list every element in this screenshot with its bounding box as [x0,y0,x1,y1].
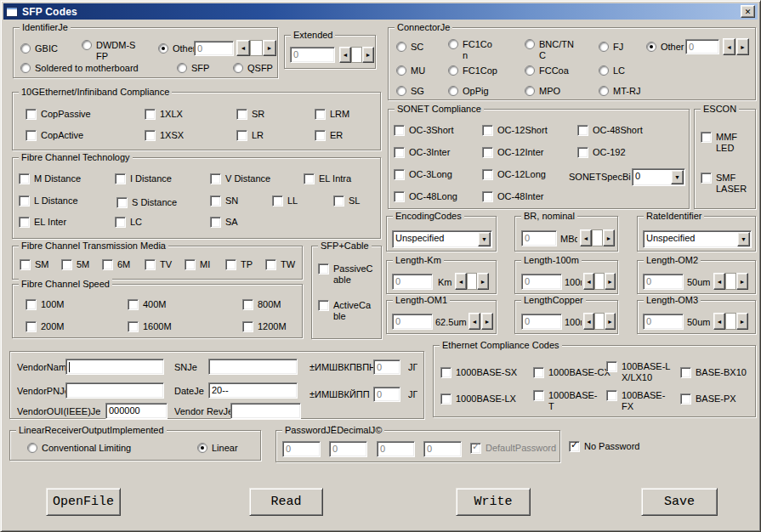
checkbox-400m[interactable]: 400M [128,299,167,310]
checkbox-tv[interactable]: TV [145,259,172,270]
checkbox-no-password[interactable]: ✓No Password [569,441,639,452]
spin-left-button[interactable]: ◄ [455,273,467,290]
checkbox-ll[interactable]: LL [272,195,298,207]
spin-right-button[interactable]: ► [603,229,615,246]
checkbox-1000base-t[interactable]: 1000BASE-T [533,390,598,412]
spin-left-button[interactable]: ◄ [583,313,594,330]
checkbox-m-distance[interactable]: M Distance [19,173,81,184]
radio-gbic[interactable]: GBIC [20,43,58,54]
write-button[interactable]: Write [456,488,531,516]
radio-fj[interactable]: FJ [599,42,623,53]
checkbox-oc48short[interactable]: OC-48Short [577,125,643,136]
checkbox-200m[interactable]: 200M [26,321,65,332]
checkbox-oc12short[interactable]: OC-12Short [482,125,548,136]
length-km-value[interactable]: 0 [392,274,433,290]
spin-left-button[interactable]: ◄ [469,313,480,330]
close-button[interactable]: ✕ [741,5,755,18]
rate-combobox[interactable]: Unspecified [643,230,752,248]
vendor-pn-field[interactable] [65,382,164,399]
radio-fc1con[interactable]: FC1Con [448,39,495,61]
length-copper-value[interactable]: 0 [521,314,562,330]
checkbox-passive-cable[interactable]: PassiveCable [318,263,378,286]
checkbox-oc3long[interactable]: OC-3Long [394,169,452,180]
spin-right-button[interactable]: ► [736,273,748,290]
spin-track[interactable] [594,313,605,330]
open-file-button[interactable]: OpenFile [46,488,121,516]
password-field-4[interactable]: 0 [423,441,462,457]
radio-conventional-limiting[interactable]: Conventional Limiting [27,443,131,454]
sn-field[interactable] [208,359,298,375]
title-bar[interactable]: SFP Codes ✕ [3,3,758,20]
checkbox-sl[interactable]: SL [333,195,360,207]
checkbox-100base-lx-lx10[interactable]: 100BASE-LX/LX10 [606,361,671,383]
dropdown-arrow-button[interactable]: ▼ [478,232,491,246]
checkbox-5m[interactable]: 5M [61,259,89,270]
spin-track[interactable] [594,273,605,290]
checkbox-mmf-led[interactable]: MMF LED [701,132,745,154]
checkbox-s-distance[interactable]: S Distance [116,197,177,208]
date-field[interactable]: 20-- [208,382,298,399]
radio-qsfp[interactable]: QSFP [233,63,273,74]
spin-right-button[interactable]: ► [736,38,749,55]
checkbox-active-cable[interactable]: ActiveCable [318,300,374,322]
checkbox-tw[interactable]: TW [265,259,295,270]
wavelength2-value[interactable]: 0 [373,387,400,402]
wavelength1-value[interactable]: 0 [373,359,400,375]
checkbox-sn[interactable]: SN [210,195,238,207]
radio-sg[interactable]: SG [396,86,424,97]
spin-left-button[interactable]: ◄ [580,229,592,246]
spin-track[interactable] [467,273,477,290]
radio-sfp[interactable]: SFP [177,63,209,74]
checkbox-i-distance[interactable]: I Distance [115,173,172,184]
radio-mt-rj[interactable]: MT-RJ [599,86,640,97]
checkbox-sm[interactable]: SM [20,259,49,270]
checkbox-mi[interactable]: MI [185,259,210,270]
length-100m-value[interactable]: 0 [521,274,562,290]
password-field-3[interactable]: 0 [377,441,415,457]
radio-oppig[interactable]: OpPig [448,86,489,97]
length-om1-value[interactable]: 0 [392,314,433,330]
save-button[interactable]: Save [641,488,718,516]
checkbox-100base-fx[interactable]: 100BASE-FX [606,390,671,412]
checkbox-oc48long[interactable]: OC-48Long [394,191,457,202]
radio-dwdm-sfp[interactable]: DWDM-SFP [82,40,139,62]
spin-right-button[interactable]: ► [362,47,374,63]
password-field-2[interactable]: 0 [329,441,367,457]
spin-right-button[interactable]: ► [605,273,616,290]
dropdown-arrow-button[interactable]: ▼ [737,232,750,246]
spin-track[interactable] [725,273,736,290]
checkbox-el-intra[interactable]: EL Intra [304,173,351,184]
radio-bnc-tnc[interactable]: BNC/TNC [525,39,575,61]
checkbox-copactive[interactable]: CopActive [26,130,83,141]
checkbox-1600m[interactable]: 1600M [128,321,172,332]
vendor-name-field[interactable] [65,359,164,375]
checkbox-oc12long[interactable]: OC-12Long [482,169,546,180]
checkbox-l-distance[interactable]: L Distance [19,195,78,207]
radio-connector-other[interactable]: Other [646,42,684,53]
dropdown-arrow-button[interactable]: ▼ [671,170,684,184]
connector-other-value[interactable]: 0 [685,39,719,54]
length-om2-value[interactable]: 0 [643,274,684,290]
radio-linear[interactable]: Linear [197,443,238,454]
spin-right-button[interactable]: ► [736,313,748,330]
spin-track[interactable] [725,313,736,330]
spin-track[interactable] [351,47,362,63]
checkbox-base-px[interactable]: BASE-PX [680,393,736,405]
radio-mpo[interactable]: MPO [525,86,560,97]
checkbox-smf-laser[interactable]: SMF LASER [701,173,750,195]
password-field-1[interactable]: 0 [282,441,321,457]
spin-left-button[interactable]: ◄ [713,273,725,290]
checkbox-lr[interactable]: LR [236,130,264,141]
checkbox-oc12inter[interactable]: OC-12Inter [482,147,543,158]
checkbox-oc192[interactable]: OC-192 [577,147,626,158]
checkbox-lc[interactable]: LC [115,217,142,228]
checkbox-lrm[interactable]: LRM [315,109,349,120]
spin-right-button[interactable]: ► [263,40,276,56]
checkbox-sa[interactable]: SA [210,217,238,228]
checkbox-800m[interactable]: 800M [242,299,281,310]
spin-left-button[interactable]: ◄ [583,273,594,290]
radio-sc[interactable]: SC [396,42,423,53]
checkbox-1000base-sx[interactable]: 1000BASE-SX [440,367,517,378]
checkbox-100m[interactable]: 100M [26,299,65,310]
spin-right-button[interactable]: ► [605,313,616,330]
